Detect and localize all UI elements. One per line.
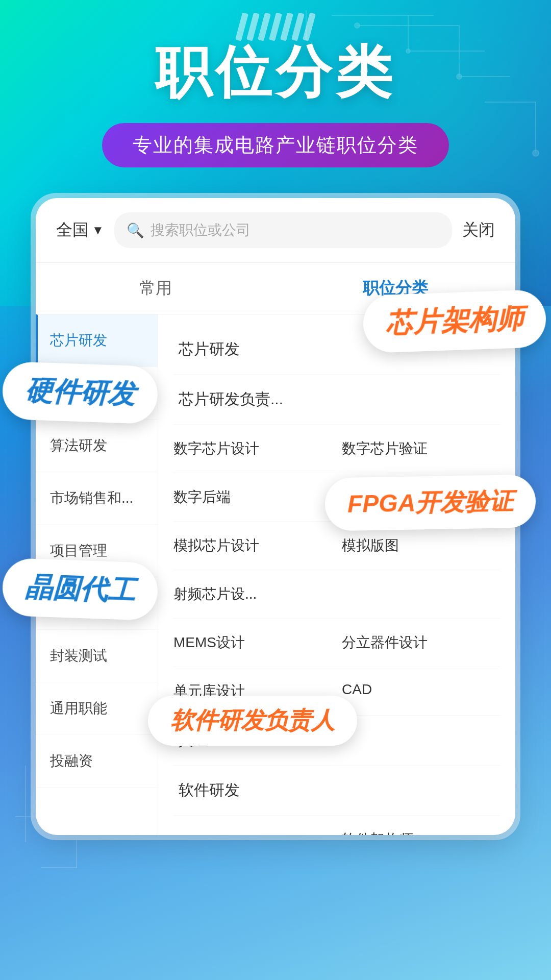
sidebar-item-general[interactable]: 通用职能 [36,682,158,735]
search-bar: 全国 ▼ 🔍 搜索职位或公司 关闭 [36,198,515,263]
category-software-arch-left[interactable] [173,826,332,835]
category-row-mems: MEMS设计 分立器件设计 [173,619,500,667]
location-text: 全国 [56,219,89,241]
sidebar-item-chip-rd[interactable]: 芯片研发 [36,314,158,367]
floating-chip-arch: 芯片架构师 [362,289,547,353]
category-row-software-arch: 软件架构师 [173,816,500,835]
chevron-down-icon: ▼ [92,223,104,237]
floating-software-dev: 软件研发负责人 [148,696,357,746]
card-section: 芯片架构师 硬件研发 FPGA开发验证 晶圆代工 软件研发负责人 全国 ▼ 🔍 … [31,193,520,840]
category-row-digital: 数字芯片设计 数字芯片验证 [173,425,500,473]
category-software-arch[interactable]: 软件架构师 [342,826,500,835]
page-title: 职位分类 [0,41,551,103]
sidebar-item-algorithm-rd[interactable]: 算法研发 [36,420,158,472]
category-cad[interactable]: CAD [342,677,500,705]
search-icon: 🔍 [127,222,144,239]
category-discrete[interactable]: 分立器件设计 [342,629,500,656]
tab-common[interactable]: 常用 [36,263,276,314]
sidebar-item-sales[interactable]: 市场销售和... [36,472,158,525]
floating-fpga: FPGA开发验证 [324,474,536,531]
sidebar-item-packaging[interactable]: 封装测试 [36,630,158,682]
category-row-rf: 射频芯片设... [173,570,500,619]
category-analog-layout[interactable]: 模拟版图 [342,532,500,559]
category-software-rd[interactable]: 软件研发 [173,766,500,816]
subtitle: 专业的集成电路产业链职位分类 [102,123,449,167]
close-button[interactable]: 关闭 [462,219,495,241]
sidebar-item-investment[interactable]: 投融资 [36,735,158,788]
category-digital-backend[interactable]: 数字后端 [173,483,332,511]
category-digital-design[interactable]: 数字芯片设计 [173,435,332,462]
category-chip-rd-lead[interactable]: 芯片研发负责... [173,375,500,425]
category-rf-right[interactable] [342,580,500,608]
location-selector[interactable]: 全国 ▼ [56,219,104,241]
category-rf[interactable]: 射频芯片设... [173,580,332,608]
category-digital-verify[interactable]: 数字芯片验证 [342,435,500,462]
category-mems[interactable]: MEMS设计 [173,629,332,656]
floating-wafer: 晶圆代工 [2,558,159,621]
header: 职位分类 专业的集成电路产业链职位分类 [0,0,551,167]
floating-hardware: 硬件研发 [2,361,159,425]
category-analog-design[interactable]: 模拟芯片设计 [173,532,332,559]
right-content: 芯片研发 芯片研发负责... 数字芯片设计 数字芯片验证 [158,314,515,835]
search-input-box[interactable]: 🔍 搜索职位或公司 [114,212,452,248]
search-placeholder: 搜索职位或公司 [151,220,251,240]
